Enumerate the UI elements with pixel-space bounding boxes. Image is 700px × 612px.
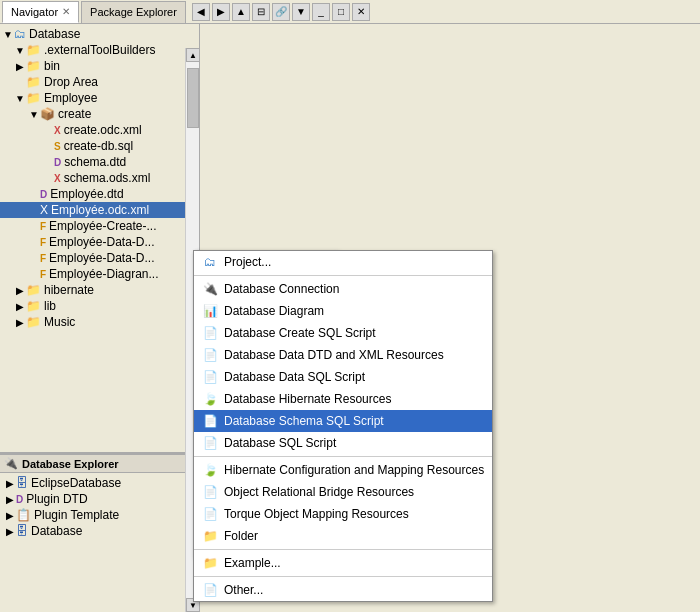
orb-icon: 📄 [202, 484, 218, 500]
tree-item[interactable]: D schema.dtd [0, 154, 199, 170]
tree-item-hibernate[interactable]: ▶ 📁 hibernate [0, 282, 199, 298]
submenu-item-db-sql[interactable]: 📄 Database SQL Script [194, 432, 492, 454]
template-icon: 📋 [16, 508, 31, 522]
tree-toggle[interactable]: ▶ [4, 478, 16, 489]
submenu-item-db-create[interactable]: 📄 Database Create SQL Script [194, 322, 492, 344]
tree-item[interactable]: ▼ 📁 Employee [0, 90, 199, 106]
db-datasql-icon: 📄 [202, 369, 218, 385]
tree-item[interactable]: ▶ 📁 bin [0, 58, 199, 74]
tree-item[interactable]: ▼ 📦 create [0, 106, 199, 122]
nav-collapse-button[interactable]: ⊟ [252, 3, 270, 21]
tree-toggle[interactable]: ▼ [28, 109, 40, 120]
project-new-icon: 🗂 [202, 254, 218, 270]
submenu-item-db-diag[interactable]: 📊 Database Diagram [194, 300, 492, 322]
submenu-item-hib-config[interactable]: 🍃 Hibernate Configuration and Mapping Re… [194, 459, 492, 481]
tree-item[interactable]: S create-db.sql [0, 138, 199, 154]
tree-label: hibernate [44, 283, 94, 297]
tree-view[interactable]: ▼ 🗂 Database ▼ 📁 .externalToolBuilders ▶… [0, 24, 199, 452]
nav-min-button[interactable]: _ [312, 3, 330, 21]
folder-icon: 📁 [26, 283, 41, 297]
tab-navigator-close[interactable]: ✕ [62, 6, 70, 17]
tree-toggle[interactable]: ▼ [14, 45, 26, 56]
submenu-item-db-datasql[interactable]: 📄 Database Data SQL Script [194, 366, 492, 388]
tree-item[interactable]: F Employée-Diagran... [0, 266, 199, 282]
db-tree-item[interactable]: ▶ 🗄 Database [0, 523, 199, 539]
tree-item[interactable]: D Employée.dtd [0, 186, 199, 202]
tree-label: schema.dtd [64, 155, 126, 169]
tree-toggle[interactable]: ▶ [4, 494, 16, 505]
db-tree-item[interactable]: ▶ 📋 Plugin Template [0, 507, 199, 523]
submenu-item-db-hibernate[interactable]: 🍃 Database Hibernate Resources [194, 388, 492, 410]
tab-package-explorer[interactable]: Package Explorer [81, 1, 186, 23]
nav-max-button[interactable]: □ [332, 3, 350, 21]
tree-item[interactable]: ▼ 🗂 Database [0, 26, 199, 42]
submenu-item-other[interactable]: 📄 Other... [194, 579, 492, 601]
submenu-item-db-conn[interactable]: 🔌 Database Connection [194, 278, 492, 300]
submenu-item-example[interactable]: 📁 Example... [194, 552, 492, 574]
submenu-item-db-dtd[interactable]: 📄 Database Data DTD and XML Resources [194, 344, 492, 366]
tree-item[interactable]: ▶ 📁 Music [0, 314, 199, 330]
db-tree-item[interactable]: ▶ D Plugin DTD [0, 491, 199, 507]
tree-label: EclipseDatabase [31, 476, 121, 490]
tree-toggle[interactable]: ▶ [4, 510, 16, 521]
nav-menu-button[interactable]: ▼ [292, 3, 310, 21]
tree-label: .externalToolBuilders [44, 43, 155, 57]
tree-item[interactable]: X create.odc.xml [0, 122, 199, 138]
nav-up-button[interactable]: ▲ [232, 3, 250, 21]
tree-toggle[interactable]: ▶ [14, 301, 26, 312]
tab-navigator-label: Navigator [11, 6, 58, 18]
tree-label: Employée.odc.xml [51, 203, 149, 217]
tree-item[interactable]: X schema.ods.xml [0, 170, 199, 186]
tree-toggle[interactable]: ▶ [14, 317, 26, 328]
tree-toggle[interactable]: ▼ [2, 29, 14, 40]
folder-icon: 📁 [26, 75, 41, 89]
submenu-label: Torque Object Mapping Resources [224, 507, 409, 521]
submenu-item-torque[interactable]: 📄 Torque Object Mapping Resources [194, 503, 492, 525]
nav-link-button[interactable]: 🔗 [272, 3, 290, 21]
db-tree-item[interactable]: ▶ 🗄 EclipseDatabase [0, 475, 199, 491]
scroll-up-arrow[interactable]: ▲ [186, 48, 200, 62]
tree-toggle[interactable]: ▶ [14, 285, 26, 296]
new-submenu: 🗂 Project... 🔌 Database Connection 📊 Dat… [193, 250, 493, 602]
submenu-item-orb[interactable]: 📄 Object Relational Bridge Resources [194, 481, 492, 503]
file-icon: F [40, 221, 46, 232]
dtd-icon: D [40, 189, 47, 200]
submenu-label: Project... [224, 255, 271, 269]
torque-icon: 📄 [202, 506, 218, 522]
tree-item[interactable]: 📁 Drop Area [0, 74, 199, 90]
project-icon: 🗂 [14, 27, 26, 41]
submenu-item-folder[interactable]: 📁 Folder [194, 525, 492, 547]
tree-toggle[interactable]: ▼ [14, 93, 26, 104]
submenu-label: Hibernate Configuration and Mapping Reso… [224, 463, 484, 477]
db-hibernate-icon: 🍃 [202, 391, 218, 407]
nav-close-button[interactable]: ✕ [352, 3, 370, 21]
db-icon: 🗄 [16, 476, 28, 490]
nav-back-button[interactable]: ◀ [192, 3, 210, 21]
tab-navigator[interactable]: Navigator ✕ [2, 1, 79, 23]
tree-label: lib [44, 299, 56, 313]
submenu-item-db-schema[interactable]: 📄 Database Schema SQL Script [194, 410, 492, 432]
tree-label: Database [29, 27, 80, 41]
tree-toggle[interactable]: ▶ [14, 61, 26, 72]
tree-item-selected[interactable]: X Employée.odc.xml [0, 202, 199, 218]
db-tree-view[interactable]: ▶ 🗄 EclipseDatabase ▶ D Plugin DTD ▶ 📋 P… [0, 473, 199, 612]
db-create-icon: 📄 [202, 325, 218, 341]
tree-item[interactable]: ▶ 📁 lib [0, 298, 199, 314]
submenu-label: Database Create SQL Script [224, 326, 376, 340]
tree-item[interactable]: F Employée-Create-... [0, 218, 199, 234]
nav-forward-button[interactable]: ▶ [212, 3, 230, 21]
file-icon: F [40, 269, 46, 280]
submenu-item-project[interactable]: 🗂 Project... [194, 251, 492, 273]
tree-label: create-db.sql [64, 139, 133, 153]
scroll-thumb[interactable] [187, 68, 199, 128]
tree-item[interactable]: F Employée-Data-D... [0, 250, 199, 266]
tree-item[interactable]: ▼ 📁 .externalToolBuilders [0, 42, 199, 58]
tree-label: Plugin DTD [26, 492, 87, 506]
tab-bar: Navigator ✕ Package Explorer ◀ ▶ ▲ ⊟ 🔗 ▼… [0, 0, 700, 24]
submenu-label: Database Hibernate Resources [224, 392, 391, 406]
db-dtd-icon: 📄 [202, 347, 218, 363]
xml-icon: X [40, 203, 48, 217]
tree-item[interactable]: F Employée-Data-D... [0, 234, 199, 250]
tree-toggle[interactable]: ▶ [4, 526, 16, 537]
tree-label: Plugin Template [34, 508, 119, 522]
